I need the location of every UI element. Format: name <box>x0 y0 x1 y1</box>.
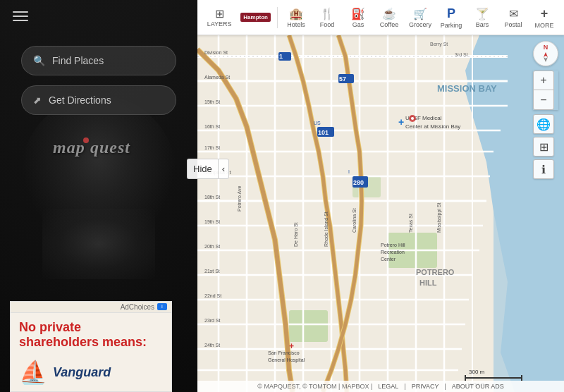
sidebar: 🔍 Find Places ⬈ Get Directions map quest… <box>0 0 197 392</box>
svg-text:57: 57 <box>339 75 346 82</box>
attribution-bar: © MAPQUEST, © TOMTOM | MAPBOX | LEGAL | … <box>197 381 564 392</box>
map-layers-button[interactable]: ⊞ <box>533 137 554 157</box>
bars-button[interactable]: 🍸 Bars <box>468 4 496 31</box>
svg-text:Center: Center <box>381 257 396 262</box>
legal-link[interactable]: LEGAL <box>378 383 398 390</box>
svg-text:20th St: 20th St <box>204 244 220 249</box>
grocery-button[interactable]: 🛒 Grocery <box>406 4 434 31</box>
ad-headline: No private shareholders means: <box>19 320 163 350</box>
map-info-icon: ℹ <box>541 163 546 176</box>
coffee-icon: ☕ <box>382 7 396 20</box>
svg-marker-84 <box>544 57 548 62</box>
coffee-button[interactable]: ☕ Coffee <box>375 4 403 31</box>
postal-label: Postal <box>504 21 522 28</box>
map-layers-icon: ⊞ <box>539 140 548 154</box>
food-label: Food <box>320 21 335 28</box>
map-controls: N + − 🌐 ⊞ ℹ <box>533 41 558 179</box>
zoom-out-button[interactable]: − <box>533 90 554 110</box>
sidebar-content: 🔍 Find Places ⬈ Get Directions map quest <box>0 0 197 164</box>
svg-text:Potrero Hill: Potrero Hill <box>381 243 405 247</box>
parking-button[interactable]: P Parking <box>437 4 465 32</box>
copyright-text: © MAPQUEST, © TOMTOM | MAPBOX | <box>257 383 372 390</box>
globe-button[interactable]: 🌐 <box>533 114 554 134</box>
svg-text:Mississippi St: Mississippi St <box>436 203 442 233</box>
advertisement-box: AdChoices i No private shareholders mean… <box>10 301 172 392</box>
svg-text:15th St: 15th St <box>204 99 220 104</box>
gas-label: Gas <box>352 21 364 28</box>
zoom-out-icon: − <box>540 94 546 106</box>
layers-icon: ⊞ <box>215 7 224 20</box>
svg-text:+: + <box>398 116 404 128</box>
attribution-separator-2: | <box>444 383 446 390</box>
svg-text:HILL: HILL <box>419 278 437 287</box>
svg-text:Potrero Ave: Potrero Ave <box>237 185 242 212</box>
svg-text:POTRERO: POTRERO <box>416 268 455 276</box>
menu-icon-line2 <box>13 16 28 17</box>
svg-point-77 <box>411 117 414 120</box>
bars-label: Bars <box>476 21 489 28</box>
svg-text:19th St: 19th St <box>204 219 220 224</box>
hampton-badge: Hampton <box>240 13 271 22</box>
gas-button[interactable]: ⛽ Gas <box>344 4 372 31</box>
menu-button[interactable] <box>10 8 31 24</box>
svg-text:18th St: 18th St <box>204 195 220 200</box>
parking-icon: P <box>447 6 455 21</box>
svg-text:San Francisco: San Francisco <box>268 350 300 355</box>
compass-rose[interactable]: N <box>533 41 558 66</box>
map-info-button[interactable]: ℹ <box>533 159 554 179</box>
about-ads-link[interactable]: ABOUT OUR ADS <box>452 383 504 390</box>
ad-vanguard-area[interactable]: ⛵ Vanguard <box>19 353 163 391</box>
svg-text:+: + <box>289 341 294 351</box>
svg-text:17th St: 17th St <box>204 145 220 150</box>
layers-button[interactable]: ⊞ LAYERS <box>203 4 235 30</box>
svg-text:General Hospital: General Hospital <box>268 357 305 363</box>
svg-text:22nd St: 22nd St <box>204 293 221 298</box>
grocery-label: Grocery <box>409 21 431 28</box>
svg-text:1: 1 <box>279 53 283 60</box>
ad-content: No private shareholders means: ⛵ Vanguar… <box>11 313 171 391</box>
svg-point-2 <box>83 137 89 143</box>
svg-text:Texas St: Texas St <box>408 214 413 233</box>
svg-text:280: 280 <box>353 179 364 186</box>
svg-text:Division St: Division St <box>204 50 228 55</box>
svg-text:21st St: 21st St <box>204 269 220 274</box>
north-label: N <box>544 44 548 51</box>
postal-icon: ✉ <box>509 7 518 20</box>
map-svg: Division St Alameda St 15th St 16th St 1… <box>197 35 564 392</box>
hampton-brand-button[interactable]: Hampton <box>238 10 273 25</box>
get-directions-button[interactable]: ⬈ Get Directions <box>21 85 176 115</box>
svg-text:Rhode Island St: Rhode Island St <box>324 212 329 247</box>
ad-choices-icon[interactable]: i <box>157 303 167 310</box>
svg-text:Berry St: Berry St <box>430 42 448 47</box>
hotels-button[interactable]: 🏨 Hotels <box>282 4 310 31</box>
hide-arrow-icon: ‹ <box>218 159 229 179</box>
food-button[interactable]: 🍴 Food <box>313 4 341 31</box>
map-toolbar: ⊞ LAYERS Hampton 🏨 Hotels 🍴 Food ⛽ Gas ☕… <box>197 0 564 35</box>
vanguard-brand-name: Vanguard <box>53 365 111 380</box>
get-directions-label: Get Directions <box>49 94 111 106</box>
zoom-in-button[interactable]: + <box>533 71 554 90</box>
ad-choices-bar: AdChoices i <box>11 302 171 313</box>
svg-text:24th St: 24th St <box>204 343 220 348</box>
more-button[interactable]: + MORE <box>530 4 558 32</box>
svg-text:3rd St: 3rd St <box>455 52 468 57</box>
globe-icon: 🌐 <box>537 118 551 131</box>
svg-text:23rd St: 23rd St <box>204 318 221 323</box>
svg-text:Recreation: Recreation <box>381 250 405 255</box>
privacy-link[interactable]: PRIVACY <box>412 383 439 390</box>
find-places-button[interactable]: 🔍 Find Places <box>21 46 176 75</box>
svg-text:Alameda St: Alameda St <box>204 75 230 80</box>
svg-rect-6 <box>289 310 328 342</box>
svg-text:US: US <box>314 121 321 125</box>
svg-text:quest: quest <box>90 138 130 157</box>
hotels-icon: 🏨 <box>289 7 303 20</box>
layers-label: LAYERS <box>207 20 232 27</box>
search-icon: 🔍 <box>33 55 45 66</box>
svg-text:I: I <box>348 169 350 174</box>
map-area[interactable]: Division St Alameda St 15th St 16th St 1… <box>197 0 564 392</box>
menu-icon-line3 <box>13 20 28 21</box>
hide-panel-button[interactable]: Hide ‹ <box>187 159 229 179</box>
more-icon: + <box>541 6 548 21</box>
attribution-separator-1: | <box>404 383 405 390</box>
postal-button[interactable]: ✉ Postal <box>499 4 527 31</box>
